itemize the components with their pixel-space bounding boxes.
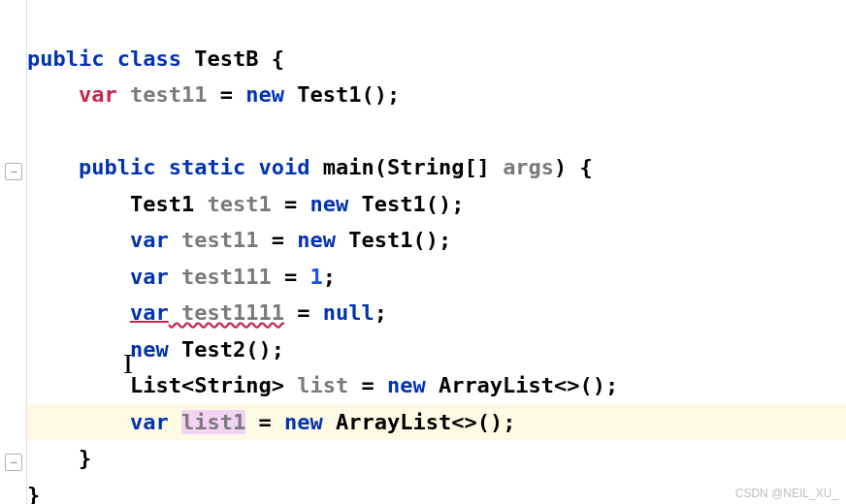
code-line — [27, 113, 846, 150]
keyword: new — [309, 192, 348, 216]
keyword: class — [117, 47, 181, 71]
code-line: public class TestB { — [27, 41, 846, 78]
code-line-active: var list1 = new ArrayList<>(); — [27, 404, 846, 441]
method-name: main — [309, 155, 374, 179]
code-line: List<String> list = new ArrayList<>(); — [27, 367, 846, 404]
var-keyword: var — [130, 228, 169, 252]
fold-marker-icon[interactable]: − — [5, 163, 22, 180]
code-line — [27, 4, 846, 41]
keyword: public — [79, 155, 155, 179]
number-literal: 1 — [309, 265, 322, 289]
code-line: var test111 = 1; — [27, 259, 846, 296]
variable-highlighted: list1 — [181, 410, 245, 434]
code-line: public static void main(String[] args) { — [27, 149, 846, 186]
code-line: var test11 = new Test1(); — [27, 77, 846, 113]
code-editor[interactable]: public class TestB { var test11 = new Te… — [27, 0, 846, 504]
watermark-text: CSDN @NEIL_XU_ — [735, 487, 838, 500]
var-keyword: var — [130, 410, 169, 434]
keyword: new — [284, 410, 323, 434]
class-name: TestB — [194, 47, 258, 71]
variable: list — [297, 373, 348, 397]
code-line: Test1 test1 = new Test1(); — [27, 186, 846, 223]
code-line: } — [27, 440, 846, 477]
variable-error: test1111 — [169, 300, 284, 325]
parameter: args — [503, 155, 554, 179]
code-line: var test11 = new Test1(); — [27, 222, 846, 259]
variable: test11 — [117, 82, 220, 107]
keyword: void — [245, 155, 309, 179]
code-line: var test1111 = null; — [27, 295, 846, 331]
editor-gutter: − − — [0, 0, 27, 504]
code-line: new Test2(); — [27, 331, 846, 368]
variable: test1 — [207, 192, 271, 216]
keyword: public — [27, 47, 104, 71]
var-keyword-error: var — [130, 300, 169, 325]
code-line: } — [27, 477, 846, 505]
keyword: static — [155, 155, 245, 179]
keyword: new — [387, 373, 426, 397]
var-keyword: var — [79, 82, 117, 107]
null-keyword: null — [323, 300, 374, 325]
keyword: new — [245, 82, 284, 107]
fold-marker-icon[interactable]: − — [5, 454, 22, 471]
var-keyword: var — [130, 265, 169, 289]
keyword: new — [297, 228, 336, 252]
variable: test11 — [169, 228, 272, 252]
keyword: new — [130, 337, 169, 362]
variable: test111 — [169, 265, 284, 289]
